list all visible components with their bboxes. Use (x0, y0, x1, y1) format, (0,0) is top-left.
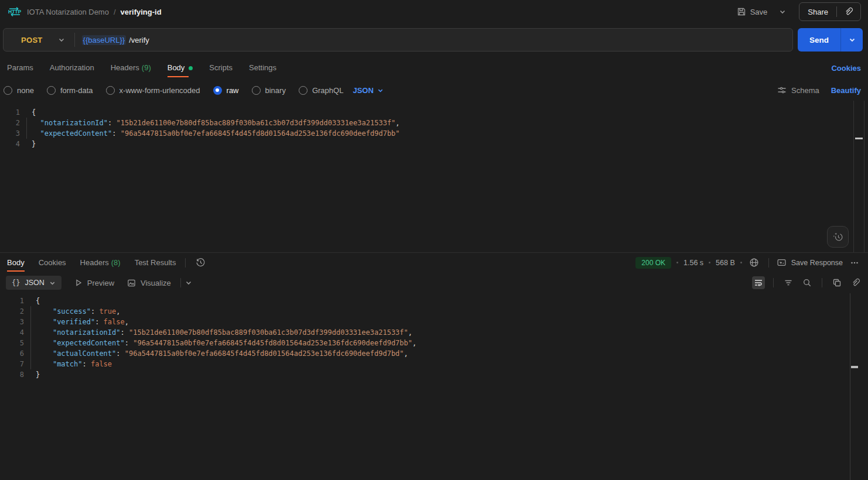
send-options-chevron[interactable] (840, 28, 863, 52)
visualize-options-chevron[interactable] (183, 277, 194, 288)
request-tabs-row: Params Authorization Headers(9) Body Scr… (0, 56, 868, 80)
send-button[interactable]: Send (798, 28, 840, 52)
response-body-viewer[interactable]: 1{2 "success": true,3 "verified": false,… (0, 293, 868, 480)
request-body-code: 1{2 "notarizationId": "15b21de61100e7b80… (0, 101, 868, 149)
radio-icon (299, 86, 307, 95)
wrap-text-button[interactable] (752, 276, 765, 289)
radio-raw[interactable]: raw (213, 86, 239, 95)
tab-headers[interactable]: Headers(9) (111, 57, 151, 79)
copy-link-button[interactable] (837, 7, 860, 16)
copy-button[interactable] (831, 276, 843, 289)
tab-params[interactable]: Params (7, 57, 33, 79)
chevron-down-icon (377, 87, 384, 94)
breadcrumb: HTTP IOTA Notarization Demo / verifying-… (7, 5, 162, 19)
response-tab-headers[interactable]: Headers(8) (80, 253, 121, 272)
filter-button[interactable] (782, 276, 795, 289)
tab-authorization[interactable]: Authorization (50, 57, 94, 79)
chevron-down-icon (185, 279, 192, 286)
code-line: 2 "notarizationId": "15b21de61100e7b80df… (0, 118, 868, 128)
url-input[interactable]: POST {{baseURL}} /verify (3, 28, 793, 52)
response-scrollbar[interactable] (850, 293, 858, 480)
raw-language-dropdown[interactable]: JSON (353, 86, 383, 95)
ellipsis-icon (850, 258, 859, 268)
tab-settings[interactable]: Settings (249, 57, 276, 79)
response-toolbar: {} JSON Preview Visual (0, 272, 868, 293)
share-group: Share (799, 2, 861, 21)
chevron-down-icon (49, 280, 56, 286)
line-number: 4 (0, 139, 20, 149)
code-line: 7 "match": false (0, 359, 868, 369)
radio-none[interactable]: none (4, 86, 34, 95)
code-line: 4} (0, 139, 868, 149)
code-line: 1{ (0, 107, 868, 118)
request-url-row: POST {{baseURL}} /verify Send (0, 23, 868, 56)
chevron-down-icon (779, 8, 786, 15)
save-response-button[interactable]: Save Response (777, 258, 843, 268)
response-link-button[interactable] (849, 276, 862, 289)
radio-icon (106, 86, 115, 95)
response-format-dropdown[interactable]: {} JSON (6, 276, 61, 290)
image-icon (127, 279, 136, 287)
beautify-button[interactable]: Beautify (831, 86, 861, 95)
schema-button[interactable]: Schema (777, 85, 819, 95)
http-request-logo-icon: HTTP (7, 5, 22, 19)
headers-count: (9) (142, 63, 151, 72)
save-response-icon (777, 258, 787, 268)
request-body-editor[interactable]: 1{2 "notarizationId": "15b21de61100e7b80… (0, 101, 868, 252)
save-icon (737, 7, 746, 16)
visualize-button[interactable]: Visualize (127, 279, 171, 287)
scrollbar-mark[interactable] (851, 366, 858, 368)
code-line: 5 "expectedContent": "96a5447815a0bf0e7e… (0, 338, 868, 348)
body-type-row: none form-data x-www-form-urlencoded raw… (0, 80, 868, 101)
braces-icon: {} (12, 279, 20, 287)
line-number: 1 (0, 107, 20, 118)
response-tab-cookies[interactable]: Cookies (39, 253, 66, 272)
response-time: 1.56 s (684, 259, 703, 267)
radio-graphql[interactable]: GraphQL (299, 86, 343, 95)
line-number: 7 (0, 359, 24, 369)
share-button[interactable]: Share (799, 8, 836, 16)
line-number: 8 (0, 369, 24, 380)
response-tab-test-results[interactable]: Test Results (135, 253, 176, 272)
radio-form-data[interactable]: form-data (47, 86, 93, 95)
scrollbar-mark[interactable] (855, 138, 863, 139)
copy-icon (832, 278, 842, 287)
response-history-button[interactable] (194, 256, 207, 269)
top-bar: HTTP IOTA Notarization Demo / verifying-… (0, 0, 868, 23)
network-info-button[interactable] (747, 256, 761, 269)
chevron-down-icon (58, 36, 65, 43)
chevron-down-icon (849, 36, 856, 43)
save-button[interactable]: Save (732, 4, 773, 20)
cookies-link[interactable]: Cookies (831, 64, 861, 73)
preview-button[interactable]: Preview (74, 279, 114, 287)
line-number: 3 (0, 128, 20, 139)
globe-icon (749, 258, 759, 268)
sliders-icon (777, 85, 787, 95)
response-tab-body[interactable]: Body (7, 253, 25, 272)
line-number: 3 (0, 317, 24, 327)
paperclip-icon (851, 278, 860, 287)
postbot-button[interactable] (827, 226, 849, 248)
radio-x-www-form-urlencoded[interactable]: x-www-form-urlencoded (106, 86, 200, 95)
search-icon (802, 278, 812, 287)
breadcrumb-separator: / (114, 8, 116, 16)
search-button[interactable] (801, 276, 814, 289)
body-modified-dot-icon (189, 66, 193, 70)
status-badge: 200 OK (635, 257, 671, 269)
tab-body[interactable]: Body (168, 57, 193, 79)
request-editor-scrollbar[interactable] (853, 101, 864, 252)
radio-icon (4, 86, 12, 95)
code-line: 1{ (0, 296, 868, 306)
radio-binary[interactable]: binary (252, 86, 286, 95)
url-path: /verify (129, 36, 149, 44)
tab-scripts[interactable]: Scripts (209, 57, 233, 79)
breadcrumb-collection[interactable]: IOTA Notarization Demo (27, 8, 109, 16)
url-field[interactable]: {{baseURL}} /verify (75, 35, 156, 45)
response-header-row: Body Cookies Headers(8) Test Results 200… (0, 253, 868, 272)
code-line: 8} (0, 369, 868, 380)
more-actions-button[interactable] (848, 256, 861, 269)
method-selector[interactable]: POST (4, 36, 74, 44)
line-number: 2 (0, 118, 20, 128)
breadcrumb-request-name[interactable]: verifying-id (121, 8, 162, 16)
save-options-chevron[interactable] (774, 5, 791, 19)
